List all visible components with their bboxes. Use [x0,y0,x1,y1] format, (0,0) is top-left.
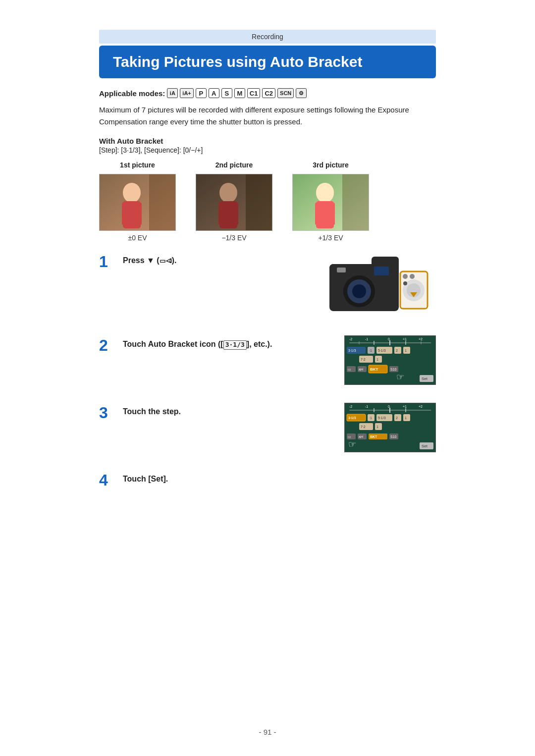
svg-text:1: 1 [376,358,378,361]
svg-rect-19 [315,203,321,225]
svg-text:Set: Set [422,444,428,448]
step-1-content: Press ▼ (▭⏿). [119,252,317,267]
svg-text:▭: ▭ [348,368,351,371]
step-2-content: Touch Auto Bracket icon ([3·1/3], etc.). [119,335,334,350]
svg-text:7·2: 7·2 [361,425,366,429]
svg-rect-12 [218,203,224,225]
mode-ia-plus: iA+ [180,88,193,98]
svg-text:7·2: 7·2 [361,358,366,361]
picture-thumb-2 [196,174,272,231]
svg-rect-13 [232,203,238,225]
svg-text:aH: aH [359,368,363,371]
svg-text:1: 1 [405,416,407,420]
svg-text:Set: Set [422,377,428,381]
applicable-modes-label: Applicable modes: [99,89,165,98]
ev-label-2: −1/3 EV [221,234,246,242]
picture-label-1: 1st picture [120,161,155,169]
svg-text:▭: ▭ [348,435,351,438]
mode-ia: iA [167,88,178,98]
screen2-svg: -2 -1 0 +1 +2 3·1/3 ·1 5·1/3 2 [344,403,436,452]
svg-text:2: 2 [396,349,398,352]
svg-point-3 [123,183,141,203]
svg-text:+2: +2 [419,405,423,408]
description-text: Maximum of 7 pictures will be recorded w… [99,104,436,128]
svg-rect-27 [374,267,389,275]
svg-text:1: 1 [376,425,378,429]
svg-rect-9 [246,174,272,231]
camera-svg [327,252,436,316]
step-4-content: Touch [Set]. [119,470,436,485]
step-2-text: Touch Auto Bracket icon ([3·1/3], etc.). [123,335,334,350]
step-1-image [327,252,436,318]
step-3-number: 3 [99,405,119,421]
svg-text:-1: -1 [365,337,368,341]
svg-text:2: 2 [396,416,398,420]
applicable-modes-row: Applicable modes: iA iA+ P A S M C1 C2 S… [99,88,436,98]
mode-a: A [209,88,219,98]
svg-text:BKT: BKT [370,367,378,372]
step-4-text: Touch [Set]. [123,470,436,485]
screen1-svg: -2 -1 0 +1 +2 3·1/3 ·1 5·1/3 2 [344,335,436,385]
picture-thumb-3 [292,174,369,231]
svg-text:0: 0 [388,405,390,408]
step-1-row: 1 Press ▼ (▭⏿). [99,252,436,318]
svg-text:·1: ·1 [369,349,372,352]
svg-text:☞: ☞ [348,439,356,449]
svg-text:-1: -1 [365,405,368,408]
ev-label-3: +1/3 EV [318,234,343,242]
svg-text:+1: +1 [403,337,407,341]
mode-s: S [221,88,232,98]
svg-text:aH: aH [359,435,363,438]
title-bar: Taking Pictures using Auto Bracket [99,46,436,78]
mode-custom: ⚙ [296,88,307,98]
svg-text:S10: S10 [390,435,397,438]
picture-label-3: 3rd picture [313,161,348,169]
svg-text:-2: -2 [349,337,352,341]
mode-c1: C1 [247,88,261,98]
svg-text:S10: S10 [390,368,397,371]
picture-item-1: 1st picture [99,161,176,242]
step-4-number: 4 [99,472,119,488]
svg-point-34 [410,274,415,279]
main-content: Applicable modes: iA iA+ P A S M C1 C2 S… [99,88,436,506]
mode-p: P [196,88,207,98]
svg-text:0: 0 [388,337,390,341]
category-bar: Recording [99,30,436,44]
page-number: - 91 - [259,728,276,736]
svg-text:+1: +1 [403,405,407,408]
picture-item-3: 3rd picture [292,161,369,242]
svg-text:·1: ·1 [369,416,372,420]
svg-text:5·1/3: 5·1/3 [378,349,386,352]
mode-m: M [234,88,245,98]
svg-rect-5 [122,203,128,225]
svg-text:☞: ☞ [396,372,404,382]
svg-rect-6 [136,203,142,225]
step-3-image: -2 -1 0 +1 +2 3·1/3 ·1 5·1/3 2 [344,403,436,452]
step-4-row: 4 Touch [Set]. [99,470,436,488]
step-2-number: 2 [99,337,119,353]
picture-item-2: 2nd picture [196,161,272,242]
step-3-content: Touch the step. [119,403,334,418]
step-bracket-info: [Step]: [3·1/3], [Sequence]: [0/−/+] [99,146,436,154]
svg-text:3·1/3: 3·1/3 [348,416,356,420]
page-footer: - 91 - [40,713,495,756]
picture-label-2: 2nd picture [215,161,253,169]
section-label: With Auto Bracket [99,137,436,145]
svg-point-26 [352,284,366,298]
svg-rect-2 [149,174,175,231]
step-1-text: Press ▼ (▭⏿). [123,252,317,267]
svg-point-10 [219,183,237,203]
step-1-number: 1 [99,254,119,270]
mode-scn: SCN [277,88,294,98]
mode-c2: C2 [262,88,275,98]
svg-text:+2: +2 [419,337,423,341]
step-2-image: -2 -1 0 +1 +2 3·1/3 ·1 5·1/3 2 [344,335,436,385]
svg-rect-28 [337,268,346,272]
svg-point-35 [403,281,407,285]
step-3-text: Touch the step. [123,403,334,418]
svg-text:5·1/3: 5·1/3 [378,416,386,420]
svg-text:BKT: BKT [370,435,377,438]
page-title: Taking Pictures using Auto Bracket [113,54,422,70]
svg-text:-2: -2 [349,405,352,408]
svg-rect-20 [329,203,335,225]
